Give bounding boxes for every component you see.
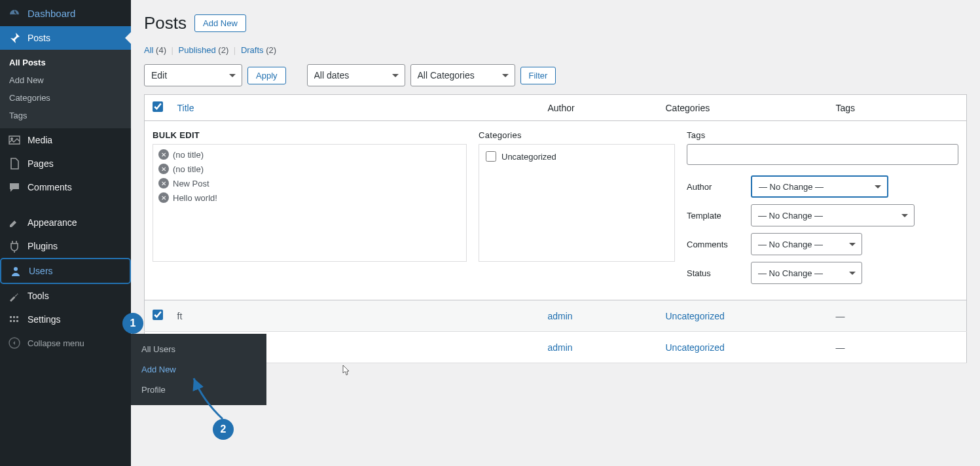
remove-icon[interactable]: ✕ bbox=[158, 149, 169, 160]
bulk-cats-heading: Categories bbox=[479, 130, 675, 140]
category-checkbox[interactable] bbox=[486, 151, 496, 162]
svg-rect-2 bbox=[10, 316, 12, 318]
row-category[interactable]: Uncategorized bbox=[666, 342, 725, 353]
flyout-all-users[interactable]: All Users bbox=[131, 339, 266, 359]
filter-drafts[interactable]: Drafts bbox=[241, 45, 264, 55]
sidebar-label: Pages bbox=[27, 158, 54, 169]
annotation-1: 1 bbox=[122, 313, 143, 334]
category-filter-select[interactable]: All Categories bbox=[410, 64, 515, 86]
svg-rect-5 bbox=[10, 320, 12, 322]
posts-submenu: All Posts Add New Categories Tags bbox=[0, 50, 131, 128]
item-title: Hello world! bbox=[173, 193, 217, 203]
bulk-action-select[interactable]: Edit bbox=[144, 64, 242, 86]
plugins-icon bbox=[8, 240, 21, 253]
flyout-profile[interactable]: Profile bbox=[131, 380, 266, 400]
category-label: Uncategorized bbox=[501, 152, 556, 162]
sidebar-label: Dashboard bbox=[27, 8, 75, 19]
users-flyout: All Users Add New Profile bbox=[131, 334, 266, 405]
submenu-tags[interactable]: Tags bbox=[0, 107, 131, 124]
svg-rect-4 bbox=[16, 316, 18, 318]
remove-icon[interactable]: ✕ bbox=[158, 192, 169, 203]
sidebar-item-posts[interactable]: Posts bbox=[0, 26, 131, 50]
remove-icon[interactable]: ✕ bbox=[158, 178, 169, 188]
submenu-categories[interactable]: Categories bbox=[0, 89, 131, 107]
filter-all[interactable]: All bbox=[144, 45, 153, 55]
row-author[interactable]: admin bbox=[548, 311, 573, 321]
item-title: New Post bbox=[173, 179, 209, 188]
view-filters: All (4) | Published (2) | Drafts (2) bbox=[144, 45, 967, 55]
row-category[interactable]: Uncategorized bbox=[666, 311, 725, 321]
sidebar-item-tools[interactable]: Tools bbox=[0, 284, 131, 308]
col-title[interactable]: Title bbox=[171, 95, 541, 121]
svg-point-1 bbox=[14, 267, 18, 271]
submenu-add-new[interactable]: Add New bbox=[0, 71, 131, 89]
media-icon bbox=[8, 134, 21, 147]
bulk-tags-heading: Tags bbox=[687, 130, 958, 140]
sidebar-label: Posts bbox=[27, 33, 50, 43]
sidebar-item-settings[interactable]: Settings bbox=[0, 308, 131, 331]
sidebar-label: Appearance bbox=[27, 217, 77, 228]
sidebar-label: Comments bbox=[27, 182, 72, 192]
tags-input[interactable] bbox=[687, 144, 958, 165]
tools-icon bbox=[8, 289, 21, 302]
filter-button[interactable]: Filter bbox=[520, 67, 556, 84]
sidebar-collapse[interactable]: Collapse menu bbox=[0, 331, 131, 355]
col-author: Author bbox=[541, 95, 659, 121]
sidebar-item-media[interactable]: Media bbox=[0, 128, 131, 152]
item-title: (no title) bbox=[173, 150, 204, 160]
bulk-list-item: ✕New Post bbox=[153, 176, 466, 190]
svg-rect-3 bbox=[13, 316, 15, 318]
item-title: (no title) bbox=[173, 164, 204, 174]
count: (2) bbox=[266, 45, 276, 55]
row-tags: — bbox=[836, 342, 845, 353]
category-checklist[interactable]: Uncategorized bbox=[479, 144, 675, 262]
col-categories: Categories bbox=[659, 95, 829, 121]
sidebar-label: Tools bbox=[27, 291, 49, 301]
sidebar-item-appearance[interactable]: Appearance bbox=[0, 211, 131, 234]
sidebar-item-comments[interactable]: Comments bbox=[0, 175, 131, 199]
template-label: Template bbox=[687, 211, 744, 221]
filter-published[interactable]: Published bbox=[179, 45, 216, 55]
select-all-checkbox[interactable] bbox=[153, 101, 163, 112]
table-row: (no t — Draft admin Uncategorized — bbox=[145, 332, 967, 363]
author-label: Author bbox=[687, 182, 744, 192]
remove-icon[interactable]: ✕ bbox=[158, 164, 169, 174]
flyout-add-new[interactable]: Add New bbox=[131, 359, 266, 380]
sidebar-label: Users bbox=[29, 266, 53, 276]
sidebar-item-dashboard[interactable]: Dashboard bbox=[0, 0, 131, 26]
row-author[interactable]: admin bbox=[548, 342, 573, 353]
cursor-pointer-icon bbox=[339, 364, 351, 381]
row-tags: — bbox=[836, 311, 845, 321]
table-row: ft admin Uncategorized — bbox=[145, 300, 967, 332]
page-header: Posts Add New bbox=[144, 13, 967, 33]
date-filter-select[interactable]: All dates bbox=[307, 64, 405, 86]
category-option[interactable]: Uncategorized bbox=[486, 151, 668, 162]
sidebar-item-pages[interactable]: Pages bbox=[0, 152, 131, 175]
sidebar-item-users[interactable]: Users bbox=[0, 258, 131, 284]
sidebar-label: Media bbox=[27, 135, 52, 145]
count: (2) bbox=[218, 45, 228, 55]
collapse-icon bbox=[8, 336, 21, 350]
posts-table: Title Author Categories Tags BULK EDIT ✕… bbox=[144, 94, 967, 363]
author-select[interactable]: — No Change — bbox=[751, 175, 888, 198]
sidebar-label: Plugins bbox=[27, 241, 58, 251]
page-title: Posts bbox=[144, 13, 187, 33]
sidebar-label: Settings bbox=[27, 314, 61, 325]
pin-icon bbox=[8, 31, 21, 45]
svg-rect-6 bbox=[13, 320, 15, 322]
comments-icon bbox=[8, 181, 21, 194]
count: (4) bbox=[156, 45, 166, 55]
submenu-all-posts[interactable]: All Posts bbox=[0, 54, 131, 71]
sidebar-item-plugins[interactable]: Plugins bbox=[0, 234, 131, 258]
bulk-item-list[interactable]: ✕(no title) ✕(no title) ✕New Post ✕Hello… bbox=[153, 144, 467, 262]
status-select[interactable]: — No Change — bbox=[751, 262, 862, 284]
status-label: Status bbox=[687, 268, 744, 278]
bulk-list-item: ✕Hello world! bbox=[153, 190, 466, 205]
add-new-button[interactable]: Add New bbox=[194, 14, 246, 32]
users-icon bbox=[9, 264, 22, 278]
row-checkbox[interactable] bbox=[153, 310, 163, 320]
comments-select[interactable]: — No Change — bbox=[751, 233, 862, 255]
sidebar-label: Collapse menu bbox=[27, 338, 84, 348]
template-select[interactable]: — No Change — bbox=[751, 204, 915, 226]
apply-button[interactable]: Apply bbox=[247, 67, 286, 84]
